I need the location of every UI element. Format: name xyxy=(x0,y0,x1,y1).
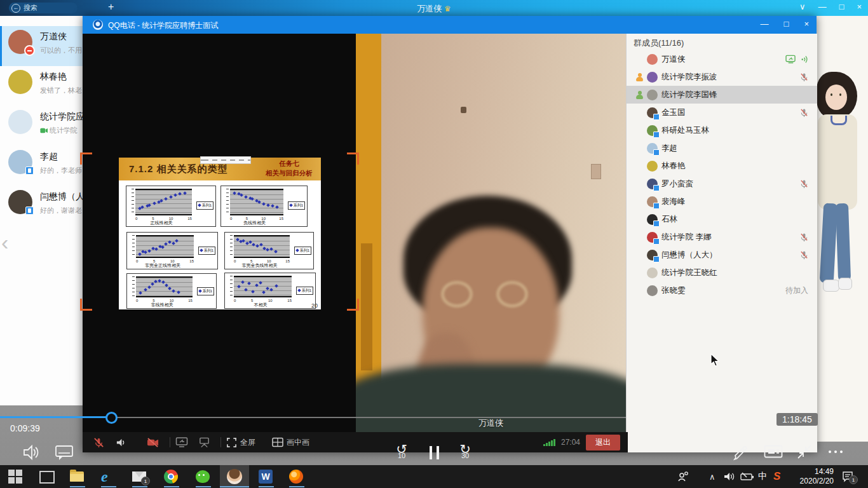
exit-call-button[interactable]: 退出 xyxy=(586,435,620,451)
qq-taskbar-active[interactable] xyxy=(220,465,249,488)
taskbar-clock[interactable]: 14:49 2020/2/20 xyxy=(787,467,834,486)
internet-explorer-icon[interactable]: e xyxy=(101,469,116,484)
minimize-button[interactable]: — xyxy=(818,2,827,11)
fullscreen-label[interactable]: 全屏 xyxy=(240,437,255,448)
clock-date: 2020/2/20 xyxy=(787,477,834,486)
danmaku-toggle-icon[interactable] xyxy=(55,445,74,464)
call-maximize-button[interactable]: □ xyxy=(784,19,789,29)
pip-label[interactable]: 画中画 xyxy=(287,437,309,448)
member-row[interactable]: 张晓雯 待加入 xyxy=(627,281,817,299)
series-marker-icon xyxy=(289,204,293,208)
member-avatar xyxy=(647,232,658,243)
member-row[interactable]: 林春艳 xyxy=(627,157,817,175)
member-name: 万道侠 xyxy=(661,54,686,65)
member-row[interactable]: 科研处马玉林 xyxy=(627,121,817,139)
battery-pen-tray-icon[interactable] xyxy=(740,465,755,488)
more-options-icon[interactable] xyxy=(829,449,843,455)
busy-status-badge xyxy=(24,45,35,56)
player-volume-icon[interactable] xyxy=(22,443,41,464)
ime-language-icon[interactable]: 中 xyxy=(758,465,767,488)
call-close-button[interactable]: × xyxy=(804,19,809,29)
series-marker-icon xyxy=(198,204,201,208)
member-avatar xyxy=(647,125,658,136)
collapse-sidebar-arrow[interactable]: ‹ xyxy=(1,230,8,255)
chat-list-item[interactable]: 李超 好的，李老师 xyxy=(0,146,83,186)
conversation-title: 万道侠 ♛ xyxy=(0,3,868,15)
member-row[interactable]: 统计学院王晓红 xyxy=(627,264,817,281)
seek-bar-played[interactable] xyxy=(0,416,107,418)
mobile-device-badge xyxy=(653,132,660,138)
notification-center-icon[interactable]: 1 xyxy=(841,465,854,488)
mobile-device-badge xyxy=(25,207,34,215)
hidden-icons-button[interactable]: ∧ xyxy=(709,465,715,488)
chat-list-item[interactable]: 万道侠 可以的，不用 xyxy=(0,26,83,66)
member-row[interactable]: 石林 xyxy=(627,210,817,228)
slide-page-number: 20 xyxy=(311,302,318,309)
chrome-icon[interactable] xyxy=(164,469,179,484)
person-status-icon xyxy=(635,73,644,81)
chat-list-item[interactable]: 闫懋博（人 好的，谢谢老 xyxy=(0,186,83,226)
chart-plot-area xyxy=(136,235,194,258)
member-name: 统计学院李振波 xyxy=(661,72,717,83)
wechat-icon[interactable] xyxy=(196,469,211,484)
y-axis-ticks xyxy=(230,276,233,297)
member-avatar xyxy=(647,54,658,65)
mobile-device-badge xyxy=(25,166,34,175)
member-row[interactable]: 统计学院李国锋 xyxy=(627,86,817,104)
microphone-muted-icon[interactable] xyxy=(93,437,105,449)
member-name: 张晓雯 xyxy=(661,285,686,296)
shrink-window-icon[interactable] xyxy=(796,443,813,463)
sogou-input-icon[interactable]: S xyxy=(773,465,780,488)
notification-badge: 1 xyxy=(849,475,858,484)
chat-preview: 统计学院 xyxy=(40,126,78,135)
file-explorer-icon[interactable] xyxy=(70,469,85,484)
share-screen-icon[interactable] xyxy=(175,437,188,448)
member-row[interactable]: 统计学院李振波 xyxy=(627,68,817,86)
rewind-10-button[interactable]: ↺ 10 xyxy=(390,444,413,464)
member-row[interactable]: 裴海峰 xyxy=(627,193,817,210)
pause-button[interactable] xyxy=(430,446,439,459)
sharing-indicators xyxy=(785,55,808,64)
start-button[interactable] xyxy=(8,469,23,484)
mail-icon[interactable]: 1 xyxy=(132,469,147,484)
member-row[interactable]: 统计学院 李娜 xyxy=(627,228,817,246)
chart-caption: 非完全正线性相关 xyxy=(127,262,198,269)
presentation-icon[interactable] xyxy=(198,437,210,448)
people-tray-icon[interactable] xyxy=(676,465,690,488)
series-marker-icon xyxy=(297,289,301,293)
maximize-button[interactable]: □ xyxy=(839,2,844,11)
word-icon[interactable]: W xyxy=(259,470,273,484)
camera-muted-icon[interactable] xyxy=(146,437,159,449)
chart-caption: 非完全负线性相关 xyxy=(225,262,294,269)
picture-in-picture-icon[interactable] xyxy=(272,437,283,447)
screen-share-icon xyxy=(785,55,796,64)
scatter-chart-panel: 051015 系列1 负线性相关 xyxy=(220,186,308,227)
chart-caption: 负线性相关 xyxy=(221,220,288,226)
collapse-button[interactable]: ∨ xyxy=(799,2,806,11)
firefox-icon[interactable] xyxy=(289,469,304,484)
chat-list-item[interactable]: 林春艳 发错了，林老 xyxy=(0,66,83,106)
network-signal-icon xyxy=(543,439,555,446)
close-button[interactable]: × xyxy=(857,2,862,11)
seek-handle[interactable] xyxy=(105,412,118,424)
call-window-titlebar: QQ电话 - 统计学院应聘博士面试 — □ × xyxy=(83,16,817,34)
call-minimize-button[interactable]: — xyxy=(761,19,769,29)
speaker-icon[interactable] xyxy=(115,437,127,449)
volume-tray-icon[interactable] xyxy=(723,465,736,488)
forward-30-button[interactable]: ↻ 30 xyxy=(454,444,477,464)
chat-list-item[interactable]: 统计学院应 统计学院 xyxy=(0,106,83,146)
slide-header: 7.1.2 相关关系的类型 任务七 相关与回归分析 xyxy=(119,158,321,180)
member-row[interactable]: 万道侠 xyxy=(627,50,817,68)
annotate-pen-icon[interactable] xyxy=(731,442,750,464)
member-row[interactable]: 闫懋博（人大） xyxy=(627,246,817,264)
total-time: 1:18:45 xyxy=(776,413,818,426)
fullscreen-icon[interactable] xyxy=(226,437,237,448)
share-region-bracket xyxy=(347,299,359,311)
seek-bar-remaining[interactable] xyxy=(117,417,626,418)
task-view-button[interactable] xyxy=(39,469,55,484)
keyboard-icon[interactable] xyxy=(764,445,783,461)
member-row[interactable]: 罗小蛮蛮 xyxy=(627,175,817,193)
chart-legend: 系列1 xyxy=(197,287,214,295)
member-row[interactable]: 金玉国 xyxy=(627,104,817,121)
member-row[interactable]: 李超 xyxy=(627,139,817,157)
